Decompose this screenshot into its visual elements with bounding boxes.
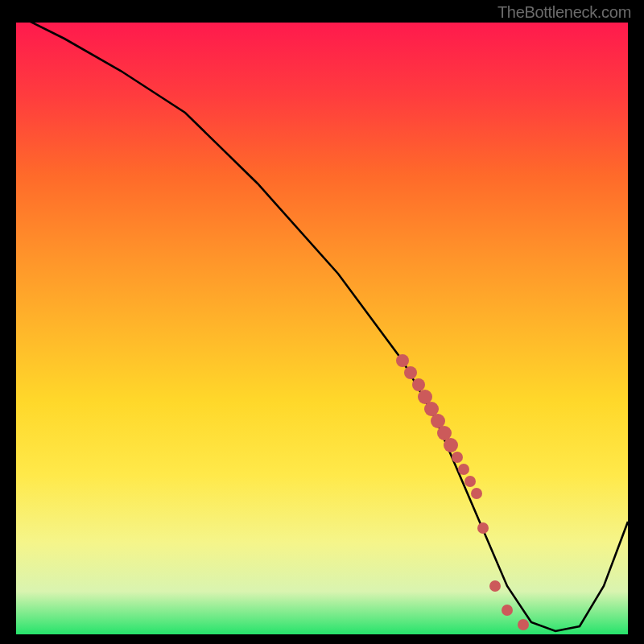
highlight-dot	[396, 354, 409, 367]
highlight-dot	[471, 488, 482, 499]
highlight-dot	[444, 438, 458, 452]
highlight-dot	[502, 605, 513, 616]
highlight-dot	[518, 619, 529, 630]
highlight-dot	[477, 522, 489, 534]
chart-svg	[16, 23, 628, 634]
bottleneck-curve	[16, 23, 628, 631]
watermark-text: TheBottleneck.com	[497, 3, 631, 22]
highlight-dot	[458, 464, 469, 475]
chart-gradient-area	[16, 23, 628, 634]
highlight-dot	[452, 452, 463, 463]
highlight-dot	[464, 476, 476, 487]
highlight-dot	[412, 378, 425, 391]
highlight-dot	[489, 580, 501, 592]
highlight-dot	[404, 366, 417, 379]
